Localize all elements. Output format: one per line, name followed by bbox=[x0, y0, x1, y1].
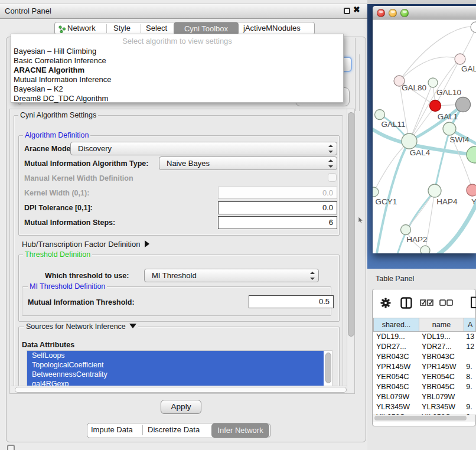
tab-discretize-data[interactable]: Discretize Data bbox=[148, 425, 200, 434]
network-node-gal10[interactable] bbox=[456, 97, 471, 112]
mi-algorithm-type-label: Mutual Information Algorithm Type: bbox=[24, 159, 148, 168]
network-node-gcy1[interactable] bbox=[373, 187, 379, 197]
background-groupbox-edge bbox=[355, 38, 356, 111]
table-cell: YDL19... bbox=[373, 332, 419, 342]
spinner-arrows-icon bbox=[328, 159, 333, 168]
network-node[interactable] bbox=[420, 246, 430, 253]
tab-style[interactable]: Style bbox=[113, 24, 131, 32]
algorithm-option[interactable]: Mutual Information Inference bbox=[11, 75, 343, 84]
algorithm-dropdown-popup: Select algorithm to view settings Bayesi… bbox=[11, 34, 344, 103]
network-node[interactable] bbox=[428, 78, 438, 87]
algorithm-option[interactable]: ARACNE Algorithm bbox=[11, 66, 343, 75]
table-cell: YBR045C bbox=[373, 382, 419, 392]
network-node-y[interactable] bbox=[467, 184, 476, 196]
algorithm-dropdown-placeholder: Select algorithm to view settings bbox=[11, 37, 343, 45]
algorithm-option[interactable]: Basic Correlation Inference bbox=[11, 56, 343, 66]
hub-tf-expander-label: Hub/Transcription Factor Definition bbox=[22, 240, 140, 249]
deselect-all-icon[interactable] bbox=[439, 299, 454, 306]
apply-button[interactable]: Apply bbox=[161, 400, 201, 414]
network-node[interactable] bbox=[471, 22, 476, 32]
which-threshold-select[interactable]: MI Threshold bbox=[144, 269, 319, 282]
network-node-gal[interactable] bbox=[455, 54, 465, 64]
network-node[interactable] bbox=[467, 146, 476, 163]
network-node-gal11[interactable] bbox=[375, 110, 385, 120]
tab-separator bbox=[141, 24, 141, 33]
mi-algorithm-type-select[interactable]: Naive Bayes bbox=[159, 156, 337, 170]
dpi-tolerance-field[interactable]: 0.0 bbox=[218, 201, 337, 214]
network-node-hap4[interactable] bbox=[428, 184, 441, 197]
settings-hscrollbar-thumb[interactable] bbox=[15, 387, 347, 393]
table-row[interactable]: YLR345WYLR345W9. bbox=[373, 402, 476, 412]
maximize-window-icon[interactable] bbox=[400, 9, 409, 17]
column-header-name[interactable]: name bbox=[419, 318, 464, 332]
column-header-partial[interactable]: A bbox=[464, 318, 476, 332]
aracne-mode-value: Discovery bbox=[78, 144, 112, 153]
table-cell: 8. bbox=[463, 372, 476, 382]
table-cell: 13 bbox=[463, 332, 476, 342]
network-node-gal1[interactable] bbox=[430, 100, 441, 112]
table-cell: YBR043C bbox=[373, 352, 419, 362]
column-header-shared-name[interactable]: shared... bbox=[373, 318, 419, 332]
tab-impute-data[interactable]: Impute Data bbox=[91, 425, 133, 434]
table-row[interactable]: YPR145WYPR145W9. bbox=[373, 362, 476, 372]
network-edge[interactable] bbox=[435, 59, 460, 106]
background-groupbox-edge bbox=[359, 54, 360, 111]
data-attributes-label: Data Attributes bbox=[22, 341, 74, 349]
hub-tf-expander[interactable]: Hub/Transcription Factor Definition bbox=[22, 240, 149, 249]
close-window-icon[interactable] bbox=[377, 9, 385, 17]
manual-kernel-width-label: Manual Kernel Width Definition bbox=[24, 174, 133, 182]
kernel-width-label: Kernel Width (0,1): bbox=[24, 189, 89, 197]
table-row[interactable]: YBL079WYBL079W bbox=[373, 392, 476, 402]
attribute-list-scrollbar-thumb[interactable] bbox=[325, 353, 331, 383]
select-all-icon[interactable] bbox=[420, 299, 434, 306]
mi-threshold-field[interactable]: 0.5 bbox=[249, 295, 334, 308]
kernel-width-field[interactable]: 0.0 bbox=[218, 187, 337, 199]
table-hscrollbar-thumb[interactable] bbox=[374, 416, 467, 420]
cyni-algorithm-settings-title: Cyni Algorithm Settings bbox=[18, 111, 98, 119]
network-node-label: Y bbox=[471, 197, 476, 206]
table-row[interactable]: YBR045CYBR045C9. bbox=[373, 382, 476, 392]
gear-icon[interactable] bbox=[380, 298, 391, 308]
columns-icon[interactable] bbox=[400, 297, 412, 309]
table-row[interactable]: YER054CYER054C8. bbox=[373, 372, 476, 382]
table-cell: YLR345W bbox=[373, 402, 419, 412]
tab-infer-network[interactable]: Infer Network bbox=[211, 423, 269, 438]
data-attribute-item[interactable]: SelfLoops bbox=[27, 351, 324, 360]
table-panel-title: Table Panel bbox=[376, 275, 414, 283]
table-row[interactable]: YDR27...YDR27...12 bbox=[373, 342, 476, 352]
settings-vscrollbar-thumb[interactable] bbox=[348, 112, 354, 337]
table-cell: 9. bbox=[463, 402, 476, 412]
control-panel-title: Control Panel bbox=[5, 6, 51, 15]
collapsed-panel-icon[interactable] bbox=[7, 445, 15, 450]
network-canvas[interactable]: GALGAL80GAL10GAL1GAL11SWI4GAL4GCY1HAP4YH… bbox=[373, 19, 476, 253]
aracne-mode-select[interactable]: Discovery bbox=[70, 142, 337, 155]
algorithm-option[interactable]: Dream8 DC_TDC Algorithm bbox=[11, 94, 343, 103]
table-row[interactable]: YDL19...YDL19...13 bbox=[373, 332, 476, 342]
tab-network[interactable]: Network bbox=[67, 24, 96, 32]
algorithm-option[interactable]: Bayesian – K2 bbox=[11, 84, 343, 94]
network-edge[interactable] bbox=[435, 131, 449, 191]
tab-select[interactable]: Select bbox=[146, 24, 167, 32]
data-attribute-item[interactable]: TopologicalCoefficient bbox=[27, 360, 324, 370]
close-panel-icon[interactable]: ✖ bbox=[353, 5, 360, 14]
table-cell: YBR043C bbox=[419, 352, 463, 362]
tab-cyni-toolbox[interactable]: Cyni Toolbox bbox=[174, 22, 239, 35]
tab-jactivemnodules[interactable]: jActiveMNodules bbox=[243, 24, 301, 32]
table-row[interactable]: YBR043CYBR043C bbox=[373, 352, 476, 362]
table-cell bbox=[463, 352, 476, 362]
network-node-gal4[interactable] bbox=[402, 133, 417, 149]
table-cell bbox=[463, 392, 476, 402]
algorithm-option[interactable]: Bayesian – Hill Climbing bbox=[11, 47, 343, 56]
aracne-mode-label: Aracne Mode: bbox=[24, 145, 73, 153]
network-node-label: GAL80 bbox=[402, 83, 426, 92]
new-column-icon[interactable] bbox=[470, 296, 476, 309]
mi-steps-field[interactable]: 6 bbox=[218, 216, 337, 229]
algorithm-definition-title: Algorithm Definition bbox=[23, 131, 90, 139]
manual-kernel-width-checkbox[interactable] bbox=[328, 173, 337, 182]
network-node-hap2[interactable] bbox=[401, 225, 411, 235]
minimize-window-icon[interactable] bbox=[389, 9, 397, 17]
data-attribute-item[interactable]: BetweennessCentrality bbox=[27, 370, 324, 379]
float-panel-icon[interactable] bbox=[344, 8, 350, 14]
sources-group-title[interactable]: Sources for Network Inference bbox=[24, 322, 138, 331]
network-node-swi4[interactable] bbox=[443, 122, 456, 135]
